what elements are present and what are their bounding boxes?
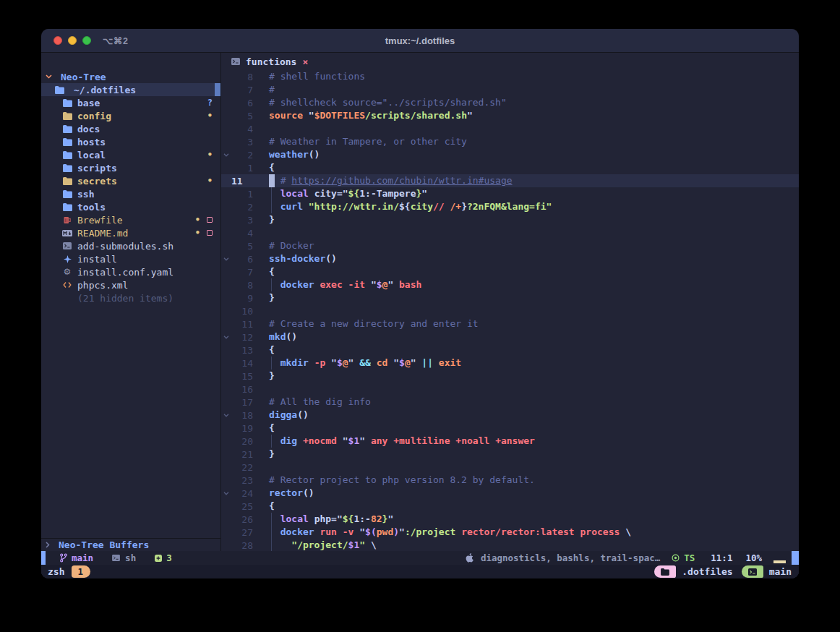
tree-item-phpcs-xml[interactable]: phpcs.xml bbox=[41, 278, 220, 291]
tree-item-ssh[interactable]: ssh bbox=[41, 187, 220, 200]
code-token bbox=[343, 279, 348, 290]
editor-pane[interactable]: functions × 8# shell functions7#6# shell… bbox=[220, 53, 799, 551]
code-line[interactable]: 21} bbox=[221, 448, 799, 461]
fold-chevron-icon[interactable] bbox=[221, 336, 231, 339]
code-line[interactable]: 27 docker run -v "$(pwd)":/project recto… bbox=[221, 526, 799, 539]
code-line[interactable]: 14 mkdir -p "$@" && cd "$@" || exit bbox=[221, 356, 799, 370]
tree-item-label: install.conf.yaml bbox=[77, 267, 173, 278]
code-line[interactable]: 3# Weather in Tampere, or other city bbox=[221, 135, 799, 148]
code-line[interactable]: 4 bbox=[221, 226, 799, 239]
close-tab-icon[interactable]: × bbox=[302, 56, 308, 67]
code-line[interactable]: 1{ bbox=[221, 161, 799, 174]
code-line[interactable]: 18digga() bbox=[221, 409, 799, 422]
code-token: # Weather in Tampere, or other city bbox=[269, 136, 467, 147]
code-token: rector bbox=[269, 487, 303, 498]
terminal-content: Neo-Tree ~/.dotfiles base?config•docshos… bbox=[41, 53, 799, 578]
fold-chevron-icon[interactable] bbox=[221, 414, 231, 417]
tree-item-install-conf-yaml[interactable]: ⚙install.conf.yaml bbox=[41, 265, 220, 278]
code-line[interactable]: 22 bbox=[221, 461, 799, 474]
code-token: " bbox=[365, 279, 377, 290]
code-line[interactable]: 11 # https://github.com/chubin/wttr.in#u… bbox=[221, 174, 799, 187]
neotree-buffers-section[interactable]: Neo-Tree Buffers bbox=[41, 538, 220, 551]
git-branch-icon bbox=[60, 553, 67, 563]
tree-item-add-submodules-sh[interactable]: add-submodules.sh bbox=[41, 239, 220, 252]
code-token: docker bbox=[280, 526, 314, 537]
code-token: { bbox=[269, 266, 275, 277]
code-line[interactable]: 3} bbox=[221, 213, 799, 226]
tmux-window-badge[interactable]: 1 bbox=[72, 565, 90, 578]
tree-item-secrets[interactable]: secrets• bbox=[41, 174, 220, 187]
code-line[interactable]: 28 "/project/$1" \ bbox=[221, 539, 799, 551]
tree-root-dotfiles[interactable]: ~/.dotfiles bbox=[41, 83, 220, 96]
code-line[interactable]: 13{ bbox=[221, 343, 799, 356]
git-status-dot-icon: • bbox=[207, 111, 213, 121]
code-area[interactable]: 8# shell functions7#6# shellcheck source… bbox=[221, 70, 799, 551]
folder-icon bbox=[62, 151, 72, 159]
sidebar-scrollbar-thumb[interactable] bbox=[215, 83, 220, 96]
code-token: local bbox=[280, 188, 309, 199]
tree-item-local[interactable]: local• bbox=[41, 148, 220, 161]
code-line[interactable]: 25{ bbox=[221, 500, 799, 513]
tree-item-brewfile[interactable]: Brewfile• bbox=[41, 213, 220, 226]
tree-item-scripts[interactable]: scripts bbox=[41, 161, 220, 174]
code-line[interactable]: 23# Rector project to php version 8.2 by… bbox=[221, 474, 799, 487]
line-text: # shellcheck source="../scripts/shared.s… bbox=[269, 96, 799, 109]
statusline-scroll-thumb bbox=[792, 551, 799, 565]
code-line[interactable]: 10 bbox=[221, 304, 799, 317]
code-line[interactable]: 4 bbox=[221, 122, 799, 135]
tree-item-hosts[interactable]: hosts bbox=[41, 135, 220, 148]
code-line[interactable]: 2weather() bbox=[221, 148, 799, 161]
code-token bbox=[297, 435, 303, 446]
code-line[interactable]: 11# Create a new directory and enter it bbox=[221, 317, 799, 330]
code-line[interactable]: 5# Docker bbox=[221, 239, 799, 252]
code-line[interactable]: 15} bbox=[221, 370, 799, 383]
code-line[interactable]: 8# shell functions bbox=[221, 70, 799, 83]
code-line[interactable]: 9} bbox=[221, 291, 799, 304]
code-line[interactable]: 19{ bbox=[221, 422, 799, 435]
code-token: () bbox=[325, 253, 337, 264]
fold-chevron-icon[interactable] bbox=[221, 257, 231, 261]
code-line[interactable]: 17# All the dig info bbox=[221, 396, 799, 409]
tree-item-base[interactable]: base? bbox=[41, 96, 220, 109]
tree-item-readme-md[interactable]: README.md• bbox=[41, 226, 220, 239]
code-line[interactable]: 26 local php="${1:-82}" bbox=[221, 513, 799, 526]
code-token: +noall bbox=[455, 435, 489, 446]
line-text: mkd() bbox=[269, 330, 799, 343]
line-number: 18 bbox=[231, 410, 253, 421]
line-number: 4 bbox=[231, 124, 253, 134]
tree-item-docs[interactable]: docs bbox=[41, 122, 220, 135]
code-token: pwd bbox=[377, 526, 393, 537]
git-status-dot-icon: • bbox=[195, 215, 200, 225]
code-line[interactable]: 7{ bbox=[221, 265, 799, 278]
line-number: 26 bbox=[231, 514, 253, 525]
code-line[interactable]: 24rector() bbox=[221, 487, 799, 500]
fold-chevron-icon[interactable] bbox=[221, 153, 231, 157]
tree-item-install[interactable]: install bbox=[41, 252, 220, 265]
code-token: mkd bbox=[269, 331, 286, 342]
line-text: curl "http://wttr.in/${city// /+}?2nFQM&… bbox=[269, 200, 799, 213]
tree-item-config[interactable]: config• bbox=[41, 109, 220, 122]
code-token: +answer bbox=[495, 435, 535, 446]
tree-item-21-hidden-items[interactable]: (21 hidden items) bbox=[41, 291, 220, 304]
line-number: 6 bbox=[231, 254, 253, 265]
code-line[interactable]: 7# bbox=[221, 83, 799, 96]
code-line[interactable]: 2 curl "http://wttr.in/${city// /+}?2nFQ… bbox=[221, 200, 799, 213]
code-line[interactable]: 20 dig +nocmd "$1" any +multiline +noall… bbox=[221, 435, 799, 448]
code-line[interactable]: 8 docker exec -it "$@" bash bbox=[221, 278, 799, 291]
tmux-session-name: zsh bbox=[48, 566, 64, 577]
code-line[interactable]: 12mkd() bbox=[221, 330, 799, 343]
code-line[interactable]: 6ssh-docker() bbox=[221, 252, 799, 265]
code-line[interactable]: 1 local city="${1:-Tampere}" bbox=[221, 187, 799, 200]
titlebar: ⌥⌘2 tmux:~/.dotfiles bbox=[41, 29, 799, 53]
code-line[interactable]: 6# shellcheck source="../scripts/shared.… bbox=[221, 96, 799, 109]
tab-functions[interactable]: functions × bbox=[231, 56, 308, 67]
git-modified-square-icon bbox=[207, 217, 213, 223]
code-token: digga bbox=[269, 409, 297, 420]
code-line[interactable]: 16 bbox=[221, 383, 799, 396]
treesitter-label: TS bbox=[684, 552, 695, 563]
line-number: 11 bbox=[231, 176, 253, 187]
tree-item-tools[interactable]: tools bbox=[41, 200, 220, 213]
code-line[interactable]: 5source "$DOTFILES/scripts/shared.sh" bbox=[221, 109, 799, 122]
fold-chevron-icon[interactable] bbox=[221, 492, 231, 495]
line-number: 2 bbox=[231, 150, 253, 161]
